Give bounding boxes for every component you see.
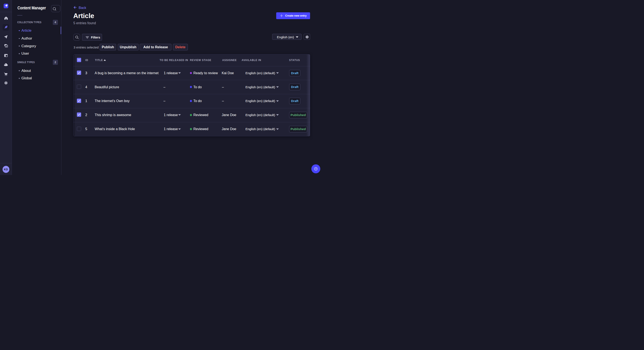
svg-text:?: ? [315,168,316,170]
